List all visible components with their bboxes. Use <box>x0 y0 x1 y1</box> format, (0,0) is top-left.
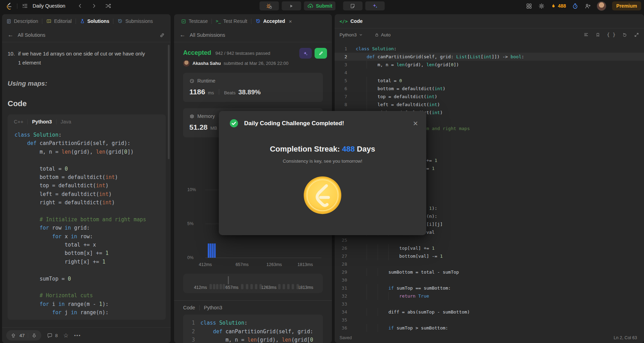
code-line[interactable]: 25 <box>335 236 644 244</box>
code-line[interactable]: 31 if sumTop == sumBottom: <box>335 284 644 292</box>
close-tab-icon[interactable]: × <box>289 18 292 24</box>
downvote-button[interactable] <box>31 333 37 338</box>
debug-button[interactable] <box>259 1 279 10</box>
code-line: class Solution: <box>15 131 164 139</box>
run-button[interactable] <box>282 1 301 10</box>
editor-tab-label[interactable]: Code <box>350 18 362 24</box>
code-tab-java[interactable]: Java <box>61 119 71 125</box>
runtime-value: 1186 <box>189 88 205 96</box>
leetcode-logo[interactable] <box>5 2 12 10</box>
modal-close-button[interactable]: × <box>413 120 418 127</box>
fullscreen-icon[interactable] <box>634 32 639 37</box>
slider-dash <box>250 284 253 289</box>
check-square-icon <box>181 19 186 24</box>
code-line[interactable]: 27 bottom[val] -= 1 <box>335 252 644 260</box>
edit-solution-button[interactable] <box>315 48 327 59</box>
slider-dash <box>259 284 262 289</box>
upvote-button[interactable] <box>10 333 16 338</box>
scrollbar-thumb[interactable] <box>168 45 170 159</box>
tab-description[interactable]: Description <box>6 18 38 24</box>
code-line[interactable]: 8 left = defaultdict(int) <box>335 101 644 109</box>
next-question-button[interactable] <box>91 3 97 9</box>
code-tab-cpp[interactable]: C++ <box>14 119 23 125</box>
tab-accepted[interactable]: Accepted × <box>255 18 292 24</box>
prev-question-button[interactable] <box>77 3 83 9</box>
leetcode-coin <box>303 175 342 215</box>
timer-icon[interactable] <box>572 3 578 9</box>
code-line[interactable]: 35 <box>335 316 644 324</box>
code-line[interactable]: 33 <box>335 300 644 308</box>
runtime-range-slider[interactable]: 412ms657ms1263ms1813ms <box>183 274 323 293</box>
tab-test-result[interactable]: >_ Test Result <box>216 18 247 24</box>
notes-button[interactable] <box>343 1 362 10</box>
tab-testcase[interactable]: Testcase <box>181 18 208 24</box>
code-line[interactable]: 6 bottom = defaultdict(int) <box>335 85 644 93</box>
code-line[interactable]: 26 top[val] += 1 <box>335 244 644 252</box>
submit-button[interactable]: Submit <box>304 1 335 10</box>
code-line: m, n = len(grid), len(grid[0]) <box>15 148 164 156</box>
code-line[interactable]: 28 <box>335 260 644 268</box>
analyze-ai-button[interactable] <box>299 48 312 59</box>
baseline <box>205 258 321 258</box>
autocomplete-toggle[interactable]: Auto <box>375 32 391 37</box>
settings-gear-icon[interactable] <box>538 3 545 9</box>
tab-solutions[interactable]: Solutions <box>80 18 110 24</box>
author-avatar[interactable] <box>183 60 190 67</box>
random-question-button[interactable] <box>105 3 111 9</box>
submitted-code-section: Code Python3 1class Solution:2 def canPa… <box>174 300 332 343</box>
streak-days-value: 488 <box>342 145 355 153</box>
problem-panel-tabs: Description Editorial Solutions <box>2 14 171 28</box>
history-icon <box>255 18 261 24</box>
editor-toolbar: Python3 Auto { } <box>335 28 644 41</box>
code-line[interactable]: 7 top = defaultdict(int) <box>335 93 644 101</box>
code-tab-python3[interactable]: Python3 <box>32 119 52 125</box>
slider-handle[interactable] <box>228 276 229 284</box>
layout-icon[interactable] <box>526 3 532 9</box>
comments-button[interactable]: 8 <box>47 333 58 338</box>
bookmark-icon[interactable] <box>595 32 600 37</box>
code-line[interactable]: 5 total = 0 <box>335 77 644 85</box>
back-icon[interactable]: ← <box>8 32 14 38</box>
code-line[interactable]: 4 <box>335 69 644 77</box>
leetcode-app: Daily Question <box>0 0 644 343</box>
daily-streak-counter[interactable]: 488 <box>551 3 566 9</box>
premium-badge[interactable]: Premium <box>612 1 641 10</box>
histogram-bar[interactable] <box>214 243 216 258</box>
code-line[interactable]: 3 m, n = len(grid), len(grid[0]) <box>335 61 644 69</box>
histogram-bar[interactable] <box>210 243 212 258</box>
runtime-label: Runtime <box>197 78 215 84</box>
problem-list-icon[interactable] <box>22 3 28 9</box>
slider-tick-label: 412ms <box>194 285 207 290</box>
favorite-star-button[interactable]: ☆ <box>63 332 69 339</box>
author-name[interactable]: Akasha Sahu <box>192 61 221 66</box>
code-line[interactable]: 2 def canPartitionGrid(self, grid: List[… <box>335 53 644 61</box>
code-line[interactable]: 32 return True <box>335 292 644 300</box>
copy-link-icon[interactable] <box>159 32 165 38</box>
code-line[interactable]: 1class Solution: <box>335 45 644 53</box>
code-brackets-icon: </> <box>340 19 347 24</box>
code-line[interactable]: 30 <box>335 276 644 284</box>
code-line[interactable]: 34 diff = abs(sumTop - sumBottom) <box>335 308 644 316</box>
all-submissions-link[interactable]: All Submissions <box>190 32 225 38</box>
all-solutions-link[interactable]: All Solutions <box>18 32 45 38</box>
ai-assistant-button[interactable] <box>365 1 385 10</box>
code-line[interactable]: 36 if sumTop > sumBottom: <box>335 324 644 332</box>
histogram-bar[interactable] <box>208 243 209 258</box>
code-line <box>15 266 164 274</box>
back-icon[interactable]: ← <box>180 32 186 38</box>
tab-editorial[interactable]: Editorial <box>46 18 72 24</box>
runtime-card[interactable]: Runtime 1186 ms Beats 38.89% <box>183 73 323 102</box>
format-code-icon[interactable] <box>583 32 589 37</box>
braces-icon[interactable]: { } <box>607 32 616 37</box>
user-avatar[interactable] <box>597 1 606 11</box>
slider-dash <box>283 284 285 289</box>
histogram-bar[interactable] <box>212 243 214 258</box>
reset-code-icon[interactable] <box>622 32 627 37</box>
tab-submissions[interactable]: Submissions <box>117 18 153 24</box>
memory-chip-icon <box>189 114 195 119</box>
more-options-button[interactable]: ••• <box>74 333 81 338</box>
section-heading-using-maps: Using maps: <box>8 80 166 87</box>
code-line[interactable]: 29 sumBottom = total - sumTop <box>335 268 644 276</box>
add-user-icon[interactable] <box>584 3 591 9</box>
language-selector[interactable]: Python3 <box>340 32 363 37</box>
